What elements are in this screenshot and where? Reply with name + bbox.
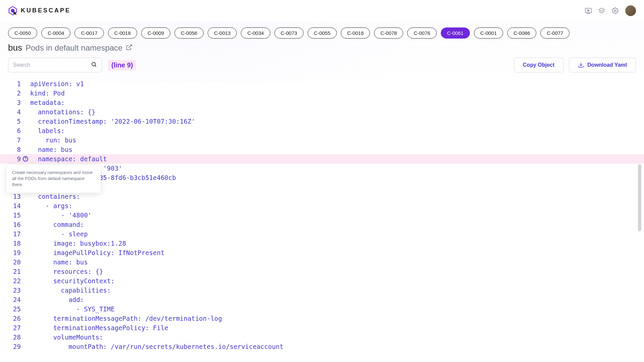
remediation-tooltip: Create necessary namespaces and move all… [7,165,101,193]
control-pill-C-0013[interactable]: C-0013 [208,27,237,39]
line-number: 19 [8,248,21,257]
code-line: 4 annotations: {} [8,107,636,117]
control-pill-C-0001[interactable]: C-0001 [474,27,503,39]
breadcrumb: bus Pods in default namespace [0,41,644,58]
line-number: 14 [8,201,21,210]
control-pill-C-0016[interactable]: C-0016 [341,27,370,39]
code-line: 11 af66-4635-8fd6-b3cb51e460cb [8,173,636,182]
code-text: imagePullPolicy: IfNotPresent [30,248,164,257]
code-text: image: busybox:1.28 [30,239,126,248]
external-link-icon[interactable] [126,44,132,51]
code-line: 24 add: [8,295,636,304]
code-text: - sleep [30,229,88,239]
code-text: - args: [30,201,72,210]
code-line: 27 terminationMessagePolicy: File [8,323,636,333]
control-pill-C-0055[interactable]: C-0055 [308,27,337,39]
control-pill-C-0061[interactable]: C-0061 [441,27,470,39]
control-pill-C-0004[interactable]: C-0004 [41,27,70,39]
control-pill-C-0077[interactable]: C-0077 [540,27,570,39]
code-text: apiVersion: v1 [30,79,84,88]
code-line: 10 resourceVersion: '903' [8,164,636,173]
code-line: 15 - '4800' [8,210,636,220]
control-pill-C-0018[interactable]: C-0018 [108,27,137,39]
control-pill-C-0076[interactable]: C-0076 [407,27,436,39]
logo-text: KUBESCAPE [21,7,71,14]
line-number: 29 [8,342,21,351]
code-text: resources: {} [30,267,103,276]
code-text: - SYS_TIME [30,304,115,314]
avatar[interactable] [625,5,636,16]
download-yaml-button[interactable]: Download Yaml [569,58,636,72]
line-indicator: (line 9) [108,60,136,70]
line-number: 20 [8,257,21,267]
code-line: 21 resources: {} [8,267,636,276]
search-icon[interactable] [91,61,97,69]
code-line: 14 - args: [8,201,636,210]
line-number: 28 [8,333,21,342]
line-number: 4 [8,107,21,117]
code-text: capabilities: [30,286,111,295]
line-number: 27 [8,323,21,333]
code-text: containers: [30,192,80,201]
resource-subtitle: Pods in default namespace [25,43,123,53]
code-text: - '4800' [30,210,92,220]
button-label: Copy Object [523,62,554,68]
header: KUBESCAPE [0,0,644,21]
svg-point-1 [11,9,14,12]
toolbar: (line 9) Copy Object Download Yaml [0,58,644,77]
code-text: securityContext: [30,276,115,286]
control-pills: C-0050C-0004C-0017C-0018C-0009C-0056C-00… [0,21,644,41]
control-pill-C-0050[interactable]: C-0050 [8,27,37,39]
line-number: 15 [8,210,21,220]
svg-marker-5 [588,9,589,11]
control-pill-C-0017[interactable]: C-0017 [74,27,104,39]
control-pill-C-0073[interactable]: C-0073 [274,27,304,39]
code-line: 1apiVersion: v1 [8,79,636,88]
code-line: 13 containers: [8,192,636,201]
svg-line-9 [129,45,132,48]
logo[interactable]: KUBESCAPE [8,6,71,15]
gear-icon[interactable] [612,7,619,14]
line-number: 6 [8,126,21,135]
code-line: 19 imagePullPolicy: IfNotPresent [8,248,636,257]
line-number: 5 [8,117,21,126]
copy-object-button[interactable]: Copy Object [514,58,564,72]
control-pill-C-0034[interactable]: C-0034 [241,27,270,39]
layers-icon[interactable] [598,7,605,14]
search-input[interactable] [13,62,91,68]
scrollbar-thumb[interactable] [638,164,641,231]
video-icon[interactable] [585,7,592,14]
code-line: 28 volumeMounts: [8,333,636,342]
code-text: kind: Pod [30,88,65,98]
code-text: metadata: [30,98,65,107]
line-number: 22 [8,276,21,286]
control-pill-C-0078[interactable]: C-0078 [374,27,403,39]
header-actions [585,5,636,16]
code-text: name: bus [30,257,88,267]
svg-line-11 [95,65,96,67]
control-pill-C-0056[interactable]: C-0056 [174,27,204,39]
code-text: name: bus [30,145,72,154]
line-number: 16 [8,220,21,229]
line-number: 1 [8,79,21,88]
control-pill-C-0086[interactable]: C-0086 [507,27,536,39]
code-text: add: [30,295,84,304]
code-line: 5 creationTimestamp: '2022-06-10T07:30:1… [8,117,636,126]
line-number: 7 [8,135,21,145]
code-text: terminationMessagePath: /dev/termination… [30,314,222,323]
line-number: 21 [8,267,21,276]
info-icon[interactable]: ? [23,156,28,162]
line-number: 2 [8,88,21,98]
line-number: 25 [8,304,21,314]
code-line: 18 image: busybox:1.28 [8,239,636,248]
code-text: labels: [30,126,65,135]
line-number: 24 [8,295,21,304]
code-line: 20 name: bus [8,257,636,267]
code-text: creationTimestamp: '2022-06-10T07:30:16Z… [30,117,195,126]
control-pill-C-0009[interactable]: C-0009 [141,27,170,39]
line-number: 17 [8,229,21,239]
code-text: mountPath: /var/run/secrets/kubernetes.i… [30,342,283,351]
line-number: 3 [8,98,21,107]
code-line: 8 name: bus [8,145,636,154]
code-viewer: 1apiVersion: v12kind: Pod3metadata:4 ann… [0,77,644,359]
